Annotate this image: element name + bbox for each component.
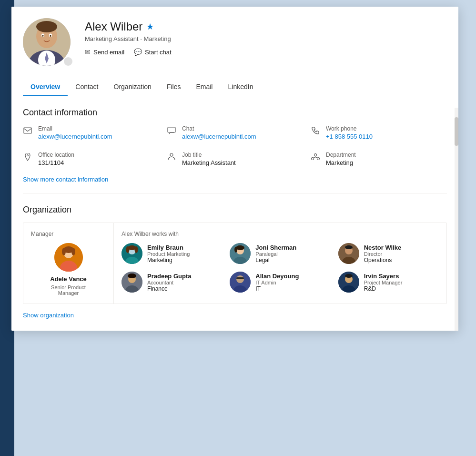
tab-files[interactable]: Files xyxy=(159,78,189,96)
send-email-button[interactable]: ✉ Send email xyxy=(85,48,124,56)
coworker-allan[interactable]: Allan Deyoung IT Admin IT xyxy=(230,272,330,293)
coworker-emily-name: Emily Braun xyxy=(147,244,222,251)
svg-point-41 xyxy=(128,274,136,278)
coworker-nestor-avatar xyxy=(338,243,359,264)
profile-subtitle: Marketing Assistant · Marketing xyxy=(85,35,447,42)
svg-rect-45 xyxy=(236,277,244,279)
divider xyxy=(23,193,447,193)
coworker-allan-avatar xyxy=(230,272,251,293)
chat-icon: 💬 xyxy=(134,48,142,56)
contact-chat-info: Chat alexw@lucernepubintl.com xyxy=(182,125,256,140)
show-org-link[interactable]: Show organization xyxy=(23,312,74,319)
tab-organization[interactable]: Organization xyxy=(106,78,159,96)
coworker-pradeep-avatar xyxy=(122,272,142,293)
svg-point-33 xyxy=(234,247,237,253)
coworker-irvin-avatar xyxy=(338,272,359,293)
svg-point-49 xyxy=(345,274,353,278)
works-with-panel: Alex Wilber works with xyxy=(114,223,446,304)
svg-point-8 xyxy=(42,35,44,37)
contact-section-title: Contact information xyxy=(23,108,447,118)
overlay: × xyxy=(0,0,476,456)
contact-office-info: Office location 131/1104 xyxy=(38,152,74,166)
coworker-nestor-dept: Operations xyxy=(364,257,439,263)
coworker-pradeep-info: Pradeep Gupta Accountant Finance xyxy=(147,273,222,292)
svg-rect-11 xyxy=(168,127,175,132)
coworker-nestor-name: Nestor Wilke xyxy=(364,244,439,251)
scrollbar[interactable] xyxy=(455,108,458,331)
profile-actions: ✉ Send email 💬 Start chat xyxy=(85,48,447,56)
tab-email[interactable]: Email xyxy=(188,78,220,96)
tabs-container: Overview Contact Organization Files Emai… xyxy=(11,78,458,96)
coworker-pradeep-dept: Finance xyxy=(147,285,222,292)
contact-jobtitle-info: Job title Marketing Assistant xyxy=(182,152,236,166)
coworker-nestor[interactable]: Nestor Wilke Director Operations xyxy=(338,243,439,264)
org-section: Organization Manager xyxy=(23,205,447,319)
coworker-emily-title: Product Marketing xyxy=(147,251,222,257)
coworker-emily[interactable]: Emily Braun Product Marketing Marketing xyxy=(122,243,222,264)
coworker-joni-title: Paralegal xyxy=(255,251,330,257)
manager-card[interactable]: Adele Vance Senior Product Manager xyxy=(31,243,106,296)
tab-contact[interactable]: Contact xyxy=(68,78,106,96)
contact-jobtitle: Job title Marketing Assistant xyxy=(167,152,303,166)
show-more-contact-link[interactable]: Show more contact information xyxy=(23,176,108,183)
start-chat-button[interactable]: 💬 Start chat xyxy=(134,48,172,56)
coworker-irvin-name: Irvin Sayers xyxy=(364,273,439,280)
coworker-emily-dept: Marketing xyxy=(147,257,222,263)
coworker-joni[interactable]: Joni Sherman Paralegal Legal xyxy=(230,243,330,264)
coworker-allan-info: Allan Deyoung IT Admin IT xyxy=(255,273,330,292)
coworker-irvin[interactable]: Irvin Sayers Project Manager R&D xyxy=(338,272,439,293)
contact-chat-label: Chat xyxy=(182,125,256,132)
contact-dept-label: Department xyxy=(326,152,356,158)
coworker-nestor-title: Director xyxy=(364,251,439,257)
org-section-title: Organization xyxy=(23,205,447,215)
coworker-allan-dept: IT xyxy=(255,285,330,292)
tab-linkedin[interactable]: LinkedIn xyxy=(220,78,261,96)
coworker-pradeep[interactable]: Pradeep Gupta Accountant Finance xyxy=(122,272,222,293)
contact-phone: Work phone +1 858 555 0110 xyxy=(311,125,447,140)
contact-department: Department Marketing xyxy=(311,152,447,166)
svg-point-9 xyxy=(50,35,51,37)
coworker-irvin-title: Project Manager xyxy=(364,280,439,285)
start-chat-label: Start chat xyxy=(145,49,172,56)
contact-office: Office location 131/1104 xyxy=(23,152,159,166)
contact-email-value[interactable]: alexw@lucernepubintl.com xyxy=(38,133,112,140)
tab-overview[interactable]: Overview xyxy=(23,78,68,96)
profile-name: Alex Wilber xyxy=(85,20,142,33)
coworker-joni-dept: Legal xyxy=(255,257,330,263)
svg-rect-10 xyxy=(24,128,31,133)
department-icon xyxy=(311,152,320,163)
contact-jobtitle-value: Marketing Assistant xyxy=(182,159,236,166)
contact-email-info: Email alexw@lucernepubintl.com xyxy=(38,125,112,140)
manager-panel: Manager xyxy=(23,223,114,304)
svg-point-37 xyxy=(345,245,353,249)
chat-icon xyxy=(167,126,176,137)
modal-content: Contact information Email alexw@lucernep… xyxy=(11,108,458,331)
org-layout: Manager xyxy=(23,223,447,304)
manager-name: Adele Vance xyxy=(50,275,87,283)
coworker-joni-name: Joni Sherman xyxy=(255,244,330,251)
contact-office-label: Office location xyxy=(38,152,74,158)
svg-point-22 xyxy=(71,248,75,255)
profile-info: Alex Wilber ★ Marketing Assistant · Mark… xyxy=(85,18,447,56)
svg-point-14 xyxy=(314,154,317,156)
works-with-label: Alex Wilber works with xyxy=(122,231,439,237)
coworker-pradeep-title: Accountant xyxy=(147,280,222,285)
contact-dept-info: Department Marketing xyxy=(326,152,356,166)
contact-phone-value[interactable]: +1 858 555 0110 xyxy=(326,133,373,140)
person-icon xyxy=(167,152,176,163)
contact-phone-label: Work phone xyxy=(326,125,373,132)
contact-chat: Chat alexw@lucernepubintl.com xyxy=(167,125,303,140)
coworker-irvin-info: Irvin Sayers Project Manager R&D xyxy=(364,273,439,292)
svg-point-21 xyxy=(62,248,66,255)
coworker-pradeep-name: Pradeep Gupta xyxy=(147,273,222,280)
modal-header: Alex Wilber ★ Marketing Assistant · Mark… xyxy=(11,7,458,71)
star-icon[interactable]: ★ xyxy=(146,21,154,32)
contact-chat-value[interactable]: alexw@lucernepubintl.com xyxy=(182,133,256,140)
manager-label: Manager xyxy=(31,231,106,237)
manager-avatar xyxy=(54,243,83,272)
svg-point-5 xyxy=(36,21,57,32)
contact-phone-info: Work phone +1 858 555 0110 xyxy=(326,125,373,140)
svg-point-12 xyxy=(27,155,29,156)
phone-icon xyxy=(311,126,320,137)
email-icon xyxy=(23,126,32,137)
